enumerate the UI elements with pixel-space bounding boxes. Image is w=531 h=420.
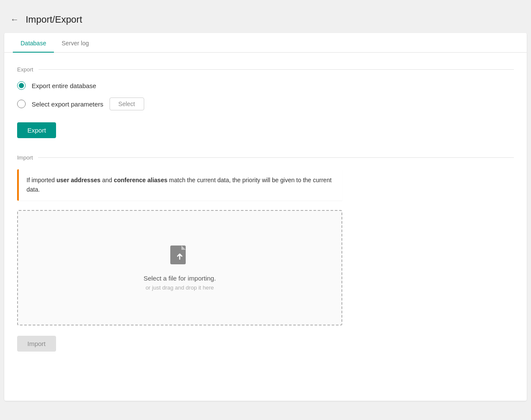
alert-bold-user-addresses: user addresses: [56, 177, 101, 183]
file-upload-icon: [169, 245, 190, 269]
tab-content: Export Export entire database Select exp…: [4, 53, 527, 362]
import-section-divider: [38, 157, 514, 158]
export-section-header: Export: [17, 66, 514, 73]
tab-server-log[interactable]: Server log: [54, 33, 97, 53]
export-select-params-label: Select export parameters: [32, 101, 104, 108]
import-section-header: Import: [17, 154, 514, 161]
tab-database[interactable]: Database: [13, 33, 54, 53]
export-section-title: Export: [17, 66, 33, 73]
back-button[interactable]: ←: [9, 13, 21, 26]
drop-zone-main-text: Select a file for importing.: [143, 275, 216, 282]
export-select-params-row: Select export parameters Select: [17, 98, 514, 110]
export-select-params-radio[interactable]: [17, 100, 26, 108]
export-entire-db-radio[interactable]: [17, 81, 26, 90]
import-button[interactable]: Import: [17, 336, 56, 352]
select-params-button[interactable]: Select: [110, 98, 144, 110]
import-section: Import If imported user addresses and co…: [17, 154, 514, 352]
export-button[interactable]: Export: [17, 122, 56, 138]
export-options: Export entire database Select export par…: [17, 81, 514, 110]
alert-text-pre: If imported: [27, 177, 56, 183]
file-drop-zone[interactable]: Select a file for importing. or just dra…: [17, 210, 342, 325]
page-title: Import/Export: [26, 14, 82, 25]
page-wrapper: ← Import/Export Database Server log Expo…: [0, 0, 531, 420]
back-arrow-icon: ←: [10, 15, 19, 24]
import-section-title: Import: [17, 154, 33, 161]
export-entire-db-label: Export entire database: [32, 82, 96, 89]
page-header: ← Import/Export: [0, 9, 531, 33]
main-card: Database Server log Export Export entire…: [4, 33, 527, 401]
import-alert: If imported user addresses and conferenc…: [17, 169, 342, 201]
drop-zone-sub-text: or just drag and drop it here: [145, 284, 214, 291]
alert-text-mid: and: [101, 177, 114, 183]
tab-bar: Database Server log: [4, 33, 527, 53]
alert-bold-conference-aliases: conference aliases: [114, 177, 167, 183]
export-entire-db-row: Export entire database: [17, 81, 514, 90]
export-section-divider: [39, 69, 514, 70]
